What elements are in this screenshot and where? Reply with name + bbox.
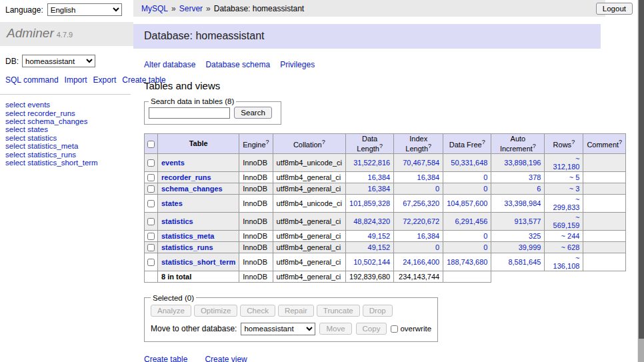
row-checkbox[interactable]: [147, 233, 155, 240]
table-name-link[interactable]: statistics: [161, 217, 193, 225]
db-select[interactable]: homeassistant: [22, 55, 95, 67]
row-checkbox[interactable]: [147, 218, 155, 225]
sidebar-table-link[interactable]: select events: [5, 101, 133, 109]
row-checkbox[interactable]: [147, 185, 155, 193]
table-name-link[interactable]: statistics_short_term: [161, 258, 235, 266]
auto-increment-link[interactable]: 6: [537, 185, 541, 193]
rows-link[interactable]: ~ 628: [561, 243, 580, 251]
move-button[interactable]: Move: [319, 323, 351, 335]
data-length-link[interactable]: 49,152: [368, 232, 391, 240]
auto-increment-link[interactable]: 8,581,645: [508, 258, 541, 266]
drop-button[interactable]: Drop: [363, 305, 393, 317]
data-length-link[interactable]: 31,522,816: [353, 159, 390, 167]
nav-link-database-schema[interactable]: Database schema: [205, 60, 270, 69]
column-help-link[interactable]: ?: [571, 139, 575, 145]
sidebar-table-link[interactable]: select statistics: [5, 134, 133, 142]
auto-increment-link[interactable]: 913,577: [515, 217, 541, 225]
column-help-link[interactable]: ?: [533, 143, 536, 149]
index-length-link[interactable]: 0: [435, 243, 439, 251]
nav-link-privileges[interactable]: Privileges: [280, 60, 315, 69]
scrollbar-thumb[interactable]: [639, 0, 644, 339]
index-length-link[interactable]: 67,256,320: [403, 199, 439, 207]
sidebar-table-link[interactable]: select recorder_runs: [5, 109, 133, 117]
rows-link[interactable]: ~ 5: [569, 173, 580, 181]
table-name-link[interactable]: states: [161, 199, 183, 207]
table-name-link[interactable]: schema_changes: [161, 185, 223, 193]
table-name-link[interactable]: recorder_runs: [161, 173, 211, 181]
language-select[interactable]: English: [47, 3, 122, 16]
data-free-link[interactable]: 50,331,648: [451, 159, 487, 167]
data-length-link[interactable]: 16,384: [368, 185, 391, 193]
data-length-link[interactable]: 16,384: [368, 173, 391, 181]
sidebar-table-link[interactable]: select statistics_short_term: [5, 159, 133, 167]
check-button[interactable]: Check: [240, 305, 275, 317]
rows-link[interactable]: ~ 136,108: [553, 254, 580, 270]
index-length-link[interactable]: 0: [435, 185, 439, 193]
move-database-select[interactable]: homeassistant: [241, 323, 315, 335]
column-help-link[interactable]: ?: [322, 139, 325, 145]
row-checkbox[interactable]: [147, 174, 155, 181]
logout-button[interactable]: Logout: [596, 3, 633, 15]
data-length-link[interactable]: 48,824,320: [353, 217, 390, 225]
table-name-link[interactable]: events: [161, 159, 185, 167]
row-checkbox[interactable]: [147, 159, 155, 167]
breadcrumb-server-link[interactable]: Server: [179, 4, 203, 13]
sidebar-table-link[interactable]: select schema_changes: [5, 117, 133, 125]
sidebar-action-sql-command[interactable]: SQL command: [5, 75, 59, 85]
column-help-link[interactable]: ?: [379, 143, 383, 149]
data-length-link[interactable]: 101,859,328: [349, 199, 390, 207]
data-free-link[interactable]: 0: [483, 232, 487, 240]
create-view-link[interactable]: Create view: [205, 355, 247, 362]
column-help-link[interactable]: ?: [428, 143, 431, 149]
data-free-link[interactable]: 0: [483, 243, 487, 251]
select-all-checkbox[interactable]: [147, 141, 155, 148]
table-name-link[interactable]: statistics_runs: [161, 243, 213, 251]
optimize-button[interactable]: Optimize: [194, 305, 237, 317]
data-free-link[interactable]: 6,291,456: [455, 217, 487, 225]
sidebar-action-export[interactable]: Export: [93, 75, 117, 85]
search-button[interactable]: Search: [234, 107, 271, 119]
data-free-link[interactable]: 188,743,680: [447, 258, 487, 266]
rows-link[interactable]: ~ 312,180: [553, 155, 580, 171]
auto-increment-link[interactable]: 325: [529, 232, 541, 240]
truncate-button[interactable]: Truncate: [317, 305, 360, 317]
sidebar-table-link[interactable]: select statistics_meta: [5, 142, 133, 150]
data-length-link[interactable]: 49,152: [368, 243, 391, 251]
index-length-link[interactable]: 16,384: [417, 173, 440, 181]
rows-link[interactable]: ~ 299,833: [553, 195, 580, 211]
create-table-link[interactable]: Create table: [144, 355, 187, 362]
row-checkbox[interactable]: [147, 259, 155, 266]
sidebar-table-link[interactable]: select statistics_runs: [5, 151, 133, 159]
analyze-button[interactable]: Analyze: [151, 305, 191, 317]
auto-increment-link[interactable]: 33,898,196: [504, 159, 541, 167]
rows-link[interactable]: ~ 569,159: [553, 213, 580, 229]
copy-button[interactable]: Copy: [356, 323, 387, 335]
rows-link[interactable]: ~ 244: [561, 232, 580, 240]
data-free-link[interactable]: 0: [483, 185, 487, 193]
column-help-link[interactable]: ?: [266, 139, 269, 145]
auto-increment-link[interactable]: 33,398,984: [504, 199, 541, 207]
auto-increment-link[interactable]: 39,999: [519, 243, 541, 251]
nav-link-alter-database[interactable]: Alter database: [144, 60, 195, 69]
breadcrumb-mysql-link[interactable]: MySQL: [141, 4, 168, 13]
sidebar-action-import[interactable]: Import: [65, 75, 87, 85]
data-free-link[interactable]: 104,857,600: [447, 199, 487, 207]
data-free-link[interactable]: 0: [483, 173, 487, 181]
index-length-link[interactable]: 24,166,400: [403, 258, 439, 266]
data-length-link[interactable]: 10,502,144: [353, 258, 390, 266]
sidebar-table-link[interactable]: select states: [5, 125, 133, 133]
auto-increment-link[interactable]: 378: [529, 173, 541, 181]
index-length-link[interactable]: 72,220,672: [403, 217, 439, 225]
row-checkbox[interactable]: [147, 244, 155, 251]
search-input[interactable]: [149, 107, 230, 119]
vertical-scrollbar[interactable]: [637, 0, 644, 362]
overwrite-checkbox[interactable]: [391, 325, 398, 333]
index-length-link[interactable]: 16,384: [417, 232, 440, 240]
column-help-link[interactable]: ?: [482, 139, 485, 145]
index-length-link[interactable]: 70,467,584: [403, 159, 439, 167]
table-name-link[interactable]: statistics_meta: [161, 232, 215, 240]
row-checkbox[interactable]: [147, 200, 155, 207]
column-help-link[interactable]: ?: [619, 139, 622, 145]
rows-link[interactable]: ~ 3: [569, 185, 580, 193]
repair-button[interactable]: Repair: [278, 305, 314, 317]
